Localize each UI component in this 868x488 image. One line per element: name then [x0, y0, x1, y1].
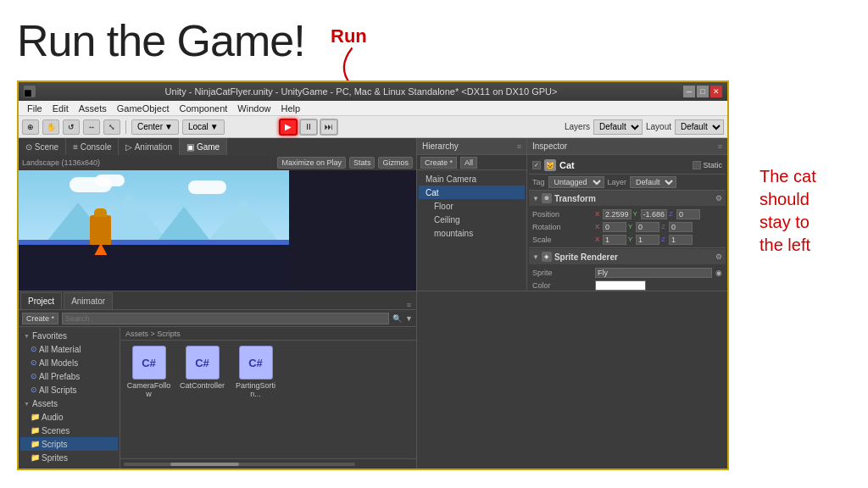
rot-y-value[interactable]: 0	[636, 222, 659, 232]
all-scripts-label: All Scripts	[39, 385, 76, 395]
ry-label: Y	[628, 223, 635, 230]
rot-x-field: X 0	[595, 222, 626, 232]
play-button[interactable]: ▶	[279, 119, 298, 136]
color-picker[interactable]	[595, 280, 646, 291]
bottom-panel-icon[interactable]: ≡	[403, 301, 415, 309]
hier-mountains[interactable]: mountains	[419, 226, 525, 240]
sc-z-value[interactable]: 1	[669, 235, 693, 245]
tree-all-material[interactable]: ⊙ All Material	[20, 342, 118, 356]
menu-component[interactable]: Component	[174, 103, 232, 114]
maximize-on-play-button[interactable]: Maximize on Play	[277, 157, 346, 169]
gizmos-button[interactable]: Gizmos	[378, 157, 413, 169]
camerafollow-name: CameraFollow	[125, 381, 172, 398]
project-create-button[interactable]: Create *	[22, 313, 58, 324]
tree-sprites[interactable]: 📁 Sprites	[20, 451, 118, 464]
pos-x-value[interactable]: 2.2599	[603, 209, 632, 219]
breadcrumb: Assets > Scripts	[120, 327, 416, 341]
tool-move[interactable]: ✋	[42, 119, 59, 135]
tree-audio[interactable]: 📁 Audio	[20, 410, 118, 424]
layout-select[interactable]: Default	[675, 119, 724, 135]
tab-console[interactable]: ≡ Console	[66, 138, 119, 155]
tab-animation[interactable]: ▷ Animation	[119, 138, 180, 155]
transform-settings[interactable]: ⚙	[715, 194, 722, 202]
sc-x-field: X 1	[595, 235, 626, 245]
hierarchy-all-button[interactable]: All	[460, 157, 477, 169]
bottom-panels: Project Animator ≡ Create * 🔍 ▼	[19, 291, 727, 469]
project-search-input[interactable]	[62, 313, 389, 324]
sc-y-value[interactable]: 1	[636, 235, 659, 245]
view-tabs: ⊙ Scene ≡ Console ▷ Animation ▣ Game	[19, 138, 416, 155]
menu-help[interactable]: Help	[275, 103, 305, 114]
hier-cat[interactable]: Cat	[419, 186, 525, 199]
all-prefabs-label: All Prefabs	[39, 372, 80, 381]
object-enabled-checkbox[interactable]: ✓	[532, 161, 541, 169]
tool-scale[interactable]: ↔	[83, 119, 100, 135]
sprite-settings[interactable]: ⚙	[715, 252, 722, 261]
scrollbar-thumb[interactable]	[170, 463, 240, 466]
tree-scenes[interactable]: 📁 Scenes	[20, 424, 118, 437]
transform-header[interactable]: ▼ ⊕ Transform ⚙	[529, 191, 726, 206]
maximize-button[interactable]: □	[697, 86, 709, 97]
tab-project[interactable]: Project	[20, 292, 62, 309]
tree-scripts[interactable]: 📁 Scripts	[20, 437, 118, 451]
pause-button[interactable]: ⏸	[299, 119, 318, 136]
minimize-button[interactable]: ─	[683, 86, 695, 97]
hier-main-camera[interactable]: Main Camera	[419, 172, 525, 186]
menu-file[interactable]: File	[22, 103, 47, 114]
menu-assets[interactable]: Assets	[74, 103, 112, 114]
sz-label: Z	[661, 236, 668, 243]
close-button[interactable]: ✕	[710, 86, 722, 97]
tab-animator[interactable]: Animator	[64, 292, 113, 309]
transform-name: Transform	[554, 194, 596, 203]
pos-y-value[interactable]: -1.686	[641, 209, 668, 219]
scale-label: Scale	[532, 236, 592, 244]
tree-favorites[interactable]: ▼ Favorites	[20, 329, 118, 342]
rot-z-value[interactable]: 0	[669, 222, 693, 232]
tree-assets[interactable]: ▼ Assets	[20, 396, 118, 410]
step-button[interactable]: ⏭	[320, 119, 338, 136]
sx-label: X	[595, 236, 602, 243]
layers-select[interactable]: Default	[593, 119, 643, 135]
file-partingsortin[interactable]: C# PartingSortin...	[232, 346, 279, 398]
sprite-input[interactable]: Fly	[595, 268, 712, 278]
layer-select[interactable]: Default	[630, 176, 676, 188]
pos-z-value[interactable]: 0	[676, 209, 700, 219]
play-controls: ▶ ⏸ ⏭	[279, 119, 338, 136]
models-icon: ⊙	[31, 358, 37, 367]
tool-hand[interactable]: ⊕	[22, 119, 39, 135]
tree-all-scripts[interactable]: ⊙ All Scripts	[20, 383, 118, 396]
sprite-renderer-header[interactable]: ▼ ◈ Sprite Renderer ⚙	[529, 249, 726, 264]
stats-button[interactable]: Stats	[349, 157, 376, 169]
static-checkbox[interactable]	[693, 161, 701, 169]
sprite-label: Sprite	[532, 269, 592, 277]
rz-label: Z	[661, 223, 668, 230]
hier-ceiling[interactable]: Ceiling	[419, 213, 525, 226]
tag-select[interactable]: Untagged	[548, 176, 604, 188]
file-camerafollow[interactable]: C# CameraFollow	[125, 346, 172, 398]
hierarchy-header: Hierarchy ≡	[417, 138, 526, 155]
sprite-browse[interactable]: ◉	[715, 269, 722, 277]
sprite-arrow: ▼	[532, 253, 539, 261]
tree-all-prefabs[interactable]: ⊙ All Prefabs	[20, 369, 118, 383]
menu-window[interactable]: Window	[232, 103, 275, 114]
sprite-renderer-name: Sprite Renderer	[554, 252, 618, 262]
tree-all-models[interactable]: ⊙ All Models	[20, 356, 118, 369]
sc-x-value[interactable]: 1	[603, 235, 626, 245]
local-button[interactable]: Local ▼	[182, 119, 225, 135]
tab-scene[interactable]: ⊙ Scene	[19, 138, 66, 155]
tab-game[interactable]: ▣ Game	[180, 138, 227, 155]
scripts-folder-icon: 📁	[31, 440, 40, 448]
hier-floor[interactable]: Floor	[419, 199, 525, 213]
file-catcontroller[interactable]: C# CatController	[179, 346, 225, 398]
hierarchy-create-button[interactable]: Create *	[420, 157, 457, 169]
files-scrollbar[interactable]	[120, 458, 416, 469]
scrollbar-track	[124, 463, 355, 466]
tool-rotate[interactable]: ↺	[63, 119, 80, 135]
center-button[interactable]: Center ▼	[131, 119, 179, 135]
favorites-label: Favorites	[32, 331, 67, 341]
menu-edit[interactable]: Edit	[47, 103, 74, 114]
rot-x-value[interactable]: 0	[603, 222, 626, 232]
tool-rect[interactable]: ⤡	[103, 119, 120, 135]
menu-gameobject[interactable]: GameObject	[112, 103, 175, 114]
bottom-right-panel	[417, 291, 727, 469]
